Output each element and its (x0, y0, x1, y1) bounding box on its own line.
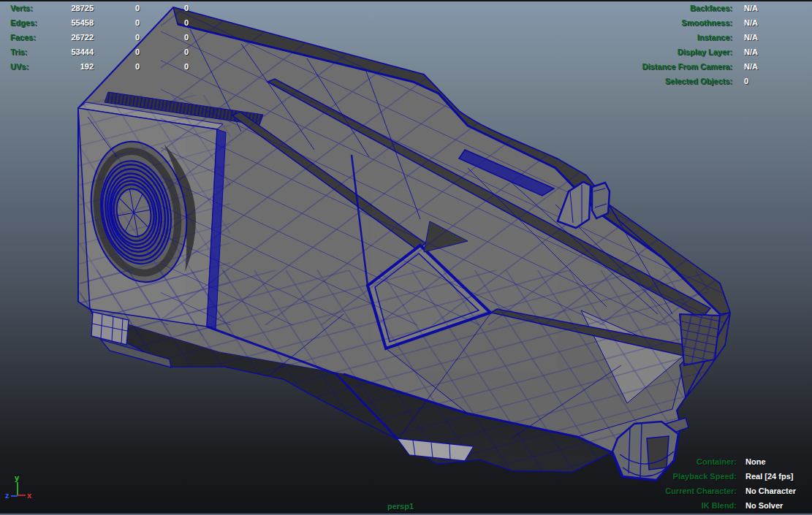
current-character-value: No Character (737, 484, 796, 498)
playback-speed-label: Playback Speed: (555, 469, 737, 484)
z-axis-label: z (5, 491, 10, 500)
container-value: None (737, 454, 766, 469)
tris-selected: 0 (94, 45, 140, 59)
hud-row-current-character: Current Character: No Character (555, 484, 797, 498)
selected-objects-value: 0 (732, 74, 748, 88)
hud-row-container: Container: None (555, 454, 797, 469)
display-layer-value: N/A (732, 45, 758, 59)
hud-row-instance: Instance: N/A (555, 30, 775, 45)
backfaces-value: N/A (732, 1, 758, 15)
maya-viewport-panel: Verts: 28725 0 0 Edges: 55458 0 0 Faces:… (0, 0, 812, 515)
distance-label: Distance From Camera: (555, 59, 732, 74)
verts-component: 0 (140, 1, 189, 15)
hud-poly-count: Verts: 28725 0 0 Edges: 55458 0 0 Faces:… (10, 1, 189, 74)
axis-gizmo: y x z (1, 470, 37, 511)
uvs-total: 192 (66, 59, 94, 74)
faces-total: 26722 (66, 30, 94, 45)
instance-value: N/A (732, 30, 758, 45)
selected-objects-label: Selected Objects: (555, 74, 732, 88)
verts-selected: 0 (94, 1, 140, 15)
hud-row-uvs: UVs: 192 0 0 (10, 59, 189, 74)
edges-component: 0 (140, 15, 189, 30)
hud-row-ik-blend: IK Blend: No Solver (555, 498, 797, 513)
uvs-label: UVs: (10, 59, 66, 74)
hud-row-faces: Faces: 26722 0 0 (10, 30, 189, 45)
edges-selected: 0 (94, 15, 140, 30)
ik-blend-value: No Solver (737, 498, 783, 513)
hud-scene-info: Container: None Playback Speed: Real [24… (555, 454, 797, 513)
current-character-label: Current Character: (555, 484, 737, 498)
verts-total: 28725 (66, 1, 94, 15)
hud-row-distance: Distance From Camera: N/A (555, 59, 775, 74)
uvs-selected: 0 (94, 59, 140, 74)
hud-row-display-layer: Display Layer: N/A (555, 45, 775, 59)
smoothness-label: Smoothness: (555, 15, 732, 30)
hud-row-tris: Tris: 53444 0 0 (10, 45, 189, 59)
hud-row-smoothness: Smoothness: N/A (555, 15, 775, 30)
hud-row-selected-objects: Selected Objects: 0 (555, 74, 775, 88)
smoothness-value: N/A (732, 15, 758, 30)
tris-total: 53444 (66, 45, 94, 59)
faces-label: Faces: (10, 30, 66, 45)
verts-label: Verts: (10, 1, 66, 15)
hud-row-verts: Verts: 28725 0 0 (10, 1, 189, 15)
edges-total: 55458 (66, 15, 94, 30)
ik-blend-label: IK Blend: (555, 498, 737, 513)
container-label: Container: (555, 454, 737, 469)
y-axis-label: y (15, 473, 20, 482)
stern-endcap (680, 314, 720, 365)
hud-row-playback-speed: Playback Speed: Real [24 fps] (555, 469, 797, 484)
faces-component: 0 (140, 30, 189, 45)
mesh-pattern-box (73, 95, 230, 336)
distance-value: N/A (732, 59, 758, 74)
faces-selected: 0 (94, 30, 140, 45)
tris-label: Tris: (10, 45, 66, 59)
tris-component: 0 (140, 45, 189, 59)
hud-row-edges: Edges: 55458 0 0 (10, 15, 189, 30)
hud-row-backfaces: Backfaces: N/A (555, 1, 775, 15)
edges-label: Edges: (10, 15, 66, 30)
instance-label: Instance: (555, 30, 732, 45)
backfaces-label: Backfaces: (555, 1, 732, 15)
uvs-component: 0 (140, 59, 189, 74)
camera-name-label: persp1 (387, 499, 414, 514)
display-layer-label: Display Layer: (555, 45, 732, 59)
x-axis-label: x (27, 491, 32, 500)
playback-speed-value: Real [24 fps] (737, 469, 793, 484)
hud-object-details: Backfaces: N/A Smoothness: N/A Instance:… (555, 1, 775, 88)
